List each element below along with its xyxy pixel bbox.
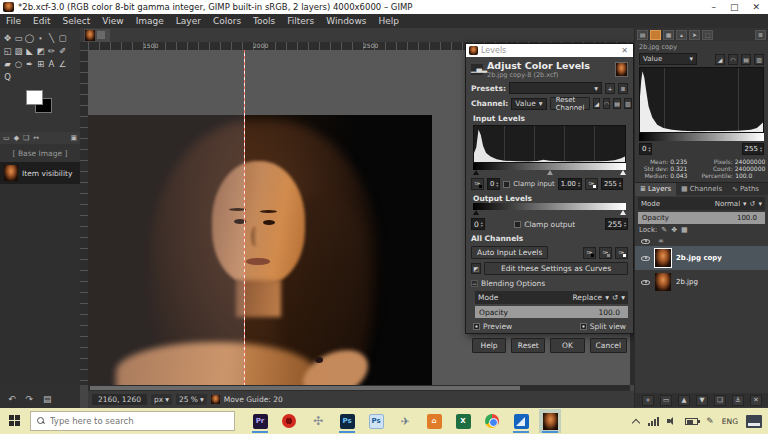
high-output-spinbox[interactable]: 255 ▴▾ bbox=[605, 218, 628, 230]
bucket-fill-tool-icon[interactable]: ◣ bbox=[24, 44, 35, 57]
presets-combo[interactable]: ▾ bbox=[509, 82, 602, 94]
channel-combo[interactable]: Value ▾ bbox=[511, 98, 546, 110]
zoom-select[interactable]: 25 % ▾ bbox=[176, 394, 207, 405]
taskbar-mail[interactable]: ✈ bbox=[394, 409, 416, 433]
help-button[interactable]: Help bbox=[472, 338, 506, 353]
gamma-spinbox[interactable]: 1.00 ▴▾ bbox=[558, 178, 582, 190]
levels-close-icon[interactable]: ✕ bbox=[621, 46, 628, 55]
foreground-color-swatch[interactable] bbox=[26, 90, 43, 105]
black-point-dropper-icon[interactable]: ✑ bbox=[471, 178, 484, 190]
touch-keyboard-icon[interactable] bbox=[746, 415, 762, 428]
dock-tab-patterns-icon[interactable] bbox=[650, 30, 661, 40]
hist-scale-lin-icon[interactable]: ▤ bbox=[741, 54, 751, 65]
white-point-slider[interactable] bbox=[620, 170, 626, 175]
lock-pixels-icon[interactable]: ✎ bbox=[661, 226, 667, 234]
taskbar-chrome[interactable] bbox=[481, 409, 503, 433]
clone-tool-icon[interactable]: ⊞ bbox=[35, 57, 46, 70]
white-point-dropper-icon[interactable]: ✑ bbox=[585, 178, 598, 190]
menu-file[interactable]: File bbox=[0, 16, 27, 26]
reset-channel-button[interactable]: Reset Channel bbox=[550, 97, 591, 110]
black-point-slider[interactable] bbox=[473, 170, 479, 175]
menu-select[interactable]: Select bbox=[57, 16, 97, 26]
dock-tab-history-icon[interactable]: ⬚ bbox=[702, 30, 713, 40]
histogram-channel-combo[interactable]: Value ▾ bbox=[639, 53, 697, 65]
eraser-tool-icon[interactable]: ▰ bbox=[2, 57, 13, 70]
menu-edit[interactable]: Edit bbox=[27, 16, 56, 26]
vertical-guide-line[interactable] bbox=[244, 50, 245, 385]
dock-tab-icon-b[interactable]: ◆ bbox=[14, 134, 19, 142]
edit-as-curves-button[interactable]: Edit these Settings as Curves bbox=[484, 262, 628, 275]
tab-layers[interactable]: ≣ Layers bbox=[635, 183, 676, 196]
undo-icon[interactable]: ↶ bbox=[8, 394, 16, 404]
low-output-slider[interactable] bbox=[473, 210, 479, 215]
add-preset-button[interactable]: + bbox=[605, 83, 615, 94]
crop-tool-icon[interactable]: ▢ bbox=[57, 31, 68, 44]
lower-layer-icon[interactable]: ▼ bbox=[696, 395, 708, 406]
input-levels-histogram[interactable] bbox=[473, 125, 626, 163]
free-select-tool-icon[interactable]: ◯ bbox=[24, 31, 35, 44]
input-sliders[interactable] bbox=[473, 170, 626, 175]
language-indicator[interactable]: ENG bbox=[722, 417, 738, 426]
menu-filters[interactable]: Filters bbox=[281, 16, 320, 26]
pen-icon[interactable]: ✎ bbox=[706, 416, 714, 426]
taskbar-excel[interactable]: X bbox=[452, 409, 474, 433]
lock-position-icon[interactable]: ✥ bbox=[671, 226, 677, 234]
menu-tools[interactable]: Tools bbox=[247, 16, 281, 26]
battery-icon[interactable] bbox=[685, 418, 698, 425]
layer-opacity-slider[interactable]: Opacity 100.0 bbox=[638, 212, 765, 224]
gamma-slider[interactable] bbox=[547, 170, 553, 175]
dock-menu-icon[interactable]: ▣ bbox=[70, 134, 77, 142]
menu-colors[interactable]: Colors bbox=[207, 16, 247, 26]
image-tab[interactable] bbox=[84, 29, 110, 42]
menu-image[interactable]: Image bbox=[130, 16, 170, 26]
maximize-button[interactable]: □ bbox=[730, 2, 739, 12]
hist-perceptual-icon[interactable]: ◠ bbox=[728, 54, 738, 65]
blend-mode-row[interactable]: Mode Replace ▾ ↺ ▾ bbox=[475, 291, 628, 304]
delete-layer-icon[interactable]: ✕ bbox=[750, 395, 762, 406]
zoom-tool-icon[interactable]: Q bbox=[2, 70, 13, 83]
tab-channels[interactable]: ▦ Channels bbox=[676, 183, 727, 196]
taskbar-pinwheel[interactable]: ✣ bbox=[307, 409, 329, 433]
measure-tool-icon[interactable]: ∠ bbox=[57, 57, 68, 70]
mode-reset-icon[interactable]: ↺ bbox=[612, 293, 618, 302]
text-tool-icon[interactable]: A bbox=[46, 57, 57, 70]
move-tool-icon[interactable]: ✥ bbox=[2, 31, 13, 44]
menu-layer[interactable]: Layer bbox=[170, 16, 207, 26]
dock-tab-brushes-icon[interactable]: ▤ bbox=[637, 30, 648, 40]
unit-select[interactable]: px ▾ bbox=[151, 394, 172, 405]
dock-tab-icon-c[interactable]: ❏ bbox=[23, 134, 29, 142]
ok-button[interactable]: OK bbox=[550, 338, 584, 353]
taskbar-downloads[interactable]: ⌂ bbox=[423, 409, 445, 433]
layer-visibility-eye-icon[interactable] bbox=[641, 280, 650, 285]
layer-row-2b-jpg[interactable]: 2b.jpg bbox=[635, 270, 768, 294]
preview-checkbox[interactable] bbox=[473, 323, 480, 330]
pick-black-dropper-icon[interactable]: ✑ bbox=[583, 247, 596, 259]
taskbar-premiere[interactable]: Pr bbox=[249, 409, 271, 433]
redo-icon[interactable]: ↷ bbox=[26, 394, 34, 404]
taskbar-photoshop[interactable]: Ps bbox=[336, 409, 358, 433]
clamp-input-checkbox[interactable] bbox=[503, 181, 510, 188]
hist-linear-icon[interactable]: ◢ bbox=[715, 54, 725, 65]
transform-tool-icon[interactable]: ◱ bbox=[2, 44, 13, 57]
gradient-tool-icon[interactable]: ◩ bbox=[35, 44, 46, 57]
tray-overflow-icon[interactable] bbox=[633, 418, 640, 425]
dock-tab-icon-d[interactable]: ↔ bbox=[33, 134, 39, 142]
horizontal-scrollbar-thumb[interactable] bbox=[90, 386, 520, 390]
new-group-icon[interactable]: ▭ bbox=[660, 395, 672, 406]
dock-tab-fonts-icon[interactable]: ▦ bbox=[663, 30, 674, 40]
pick-white-dropper-icon[interactable]: ✑ bbox=[615, 247, 628, 259]
menu-view[interactable]: View bbox=[96, 16, 129, 26]
curves-icon[interactable]: ◩ bbox=[471, 263, 481, 274]
blending-options-expander[interactable]: − Blending Options bbox=[471, 279, 628, 288]
new-layer-icon[interactable]: + bbox=[642, 395, 654, 406]
start-button[interactable] bbox=[0, 408, 30, 434]
lock-alpha-icon[interactable]: ▦ bbox=[681, 226, 688, 234]
opacity-slider[interactable]: Opacity 100.0 bbox=[475, 306, 628, 318]
dock-tab-gradients-icon[interactable]: ▴ bbox=[676, 30, 687, 40]
layer-mode-row[interactable]: Mode Normal ▾ ↺ ▾ bbox=[638, 197, 765, 210]
low-input-spinbox[interactable]: 0 ▴▾ bbox=[487, 178, 500, 190]
duplicate-layer-icon[interactable]: ❏ bbox=[714, 395, 726, 406]
ink-tool-icon[interactable]: ✒ bbox=[24, 57, 35, 70]
linear-toggle-icon[interactable]: ◢ bbox=[593, 98, 600, 109]
levels-dialog-titlebar[interactable]: Levels ✕ bbox=[466, 44, 633, 57]
